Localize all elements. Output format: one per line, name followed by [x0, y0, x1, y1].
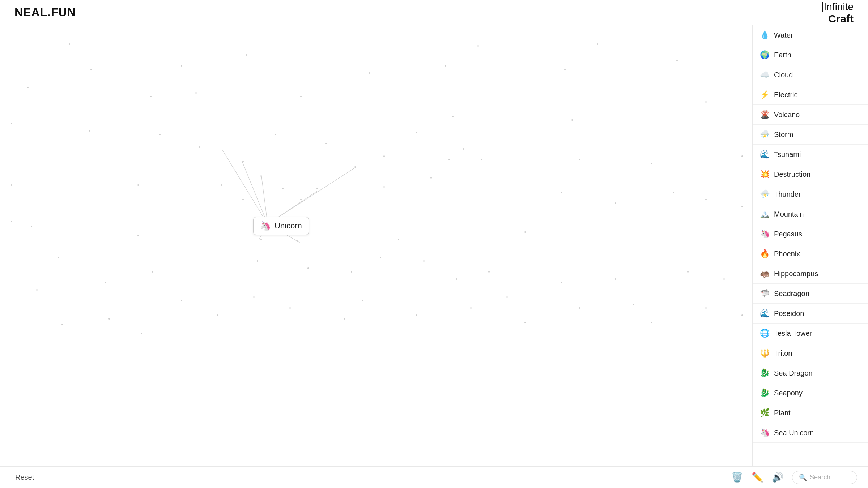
canvas-dot: [260, 239, 262, 240]
sidebar-item[interactable]: 🌐 Tesla Tower: [753, 324, 868, 343]
canvas-dot: [275, 134, 276, 135]
canvas-dot: [69, 43, 70, 45]
item-label: Water: [774, 31, 793, 39]
item-emoji: 🦈: [760, 289, 770, 298]
canvas-dot: [579, 307, 580, 309]
sidebar-item[interactable]: 🦛 Hippocampus: [753, 264, 868, 284]
canvas-dot: [159, 134, 161, 135]
title-craft: Craft: [828, 13, 854, 25]
canvas-dot: [297, 240, 298, 242]
unicorn-emoji: 🦄: [260, 221, 271, 231]
sidebar-item[interactable]: 🌍 Earth: [753, 45, 868, 65]
canvas-dot: [362, 300, 363, 301]
sidebar-item[interactable]: 🌿 Plant: [753, 403, 868, 423]
item-emoji: 🌍: [760, 50, 770, 60]
canvas-dot: [383, 155, 385, 157]
canvas-dot: [448, 159, 450, 160]
sidebar-item[interactable]: 💧 Water: [753, 25, 868, 45]
sound-icon[interactable]: 🔊: [772, 472, 783, 483]
sidebar-item[interactable]: 🌊 Poseidon: [753, 304, 868, 324]
canvas-dot: [398, 239, 399, 240]
item-label: Pegasus: [774, 230, 802, 238]
canvas-dot: [300, 96, 302, 97]
canvas-dot: [282, 188, 284, 189]
item-label: Volcano: [774, 111, 800, 119]
reset-button[interactable]: Reset: [11, 471, 38, 484]
canvas-dot: [150, 96, 152, 97]
canvas-dot: [316, 188, 318, 189]
canvas-dot: [31, 226, 32, 227]
canvas-dot: [571, 119, 573, 121]
item-emoji: 🦄: [760, 428, 770, 437]
canvas-dot: [246, 54, 247, 56]
sidebar-item[interactable]: 🐉 Sea Dragon: [753, 363, 868, 383]
canvas-dot: [488, 271, 490, 273]
canvas-dot: [58, 257, 59, 258]
sidebar-item[interactable]: 🐉 Seapony: [753, 383, 868, 403]
sidebar-item[interactable]: ☁️ Cloud: [753, 65, 868, 85]
sidebar-item[interactable]: 🔱 Triton: [753, 343, 868, 363]
item-emoji: 🦛: [760, 269, 770, 278]
search-placeholder: Search: [810, 474, 830, 481]
canvas-dot: [741, 314, 743, 316]
wand-icon[interactable]: ✏️: [752, 472, 763, 483]
canvas-dot: [11, 123, 12, 124]
canvas-svg: [0, 25, 752, 466]
canvas-dot: [217, 314, 218, 316]
item-emoji: 🌊: [760, 150, 770, 159]
canvas-dot: [383, 186, 385, 188]
canvas-dot: [456, 278, 457, 280]
sidebar-item[interactable]: 💥 Destruction: [753, 164, 868, 184]
sidebar-item[interactable]: ⛈️ Thunder: [753, 184, 868, 204]
canvas-dot: [676, 60, 678, 61]
sidebar-item[interactable]: 🦈 Seadragon: [753, 284, 868, 304]
bottom-bar: Reset 🗑️ ✏️ 🔊 🔍 Search: [0, 466, 868, 488]
canvas-dot: [253, 296, 255, 298]
sidebar-item[interactable]: ⛈️ Storm: [753, 125, 868, 145]
canvas-dot: [673, 192, 674, 193]
item-label: Storm: [774, 130, 793, 139]
canvas-dot: [524, 322, 526, 323]
item-emoji: ⛈️: [760, 130, 770, 139]
sidebar-item[interactable]: 🦄 Pegasus: [753, 224, 868, 244]
canvas-dot: [307, 267, 309, 269]
sidebar-item[interactable]: 🏔️ Mountain: [753, 204, 868, 224]
canvas-dot: [615, 202, 616, 204]
item-emoji: ⚡: [760, 90, 770, 99]
canvas-dot: [416, 132, 417, 133]
item-label: Hippocampus: [774, 270, 818, 278]
item-label: Destruction: [774, 170, 810, 179]
canvas-area[interactable]: 🦄 Unicorn: [0, 25, 752, 466]
canvas-dot: [344, 318, 345, 320]
canvas-dot: [705, 307, 707, 309]
search-bar[interactable]: 🔍 Search: [792, 471, 857, 484]
svg-line-7: [268, 167, 356, 224]
trash-icon[interactable]: 🗑️: [731, 472, 743, 483]
canvas-dot: [105, 282, 106, 283]
canvas-dot: [137, 235, 139, 236]
canvas-dot: [351, 271, 352, 273]
item-label: Sea Unicorn: [774, 429, 814, 437]
canvas-dot: [152, 271, 153, 273]
sidebar-item[interactable]: 🔥 Phoenix: [753, 244, 868, 264]
sidebar-item[interactable]: 🌊 Tsunami: [753, 145, 868, 164]
unicorn-card[interactable]: 🦄 Unicorn: [253, 217, 309, 235]
item-label: Phoenix: [774, 250, 800, 258]
item-emoji: 🌐: [760, 329, 770, 338]
sidebar-item[interactable]: 🌋 Volcano: [753, 105, 868, 125]
title-infinite: |Infinite: [821, 1, 854, 12]
canvas-dot: [723, 278, 725, 280]
sidebar-item[interactable]: 🦄 Sea Unicorn: [753, 423, 868, 443]
canvas-dot: [380, 257, 381, 258]
item-label: Plant: [774, 409, 791, 417]
sidebar-item[interactable]: ⚡ Electric: [753, 85, 868, 105]
item-label: Poseidon: [774, 309, 804, 318]
canvas-dot: [430, 177, 432, 179]
canvas-dot: [221, 184, 222, 186]
item-emoji: 💥: [760, 170, 770, 179]
canvas-dot: [524, 231, 526, 233]
item-emoji: 🏔️: [760, 209, 770, 219]
item-emoji: 🌊: [760, 309, 770, 318]
item-emoji: 🔱: [760, 348, 770, 358]
canvas-dot: [561, 192, 562, 193]
